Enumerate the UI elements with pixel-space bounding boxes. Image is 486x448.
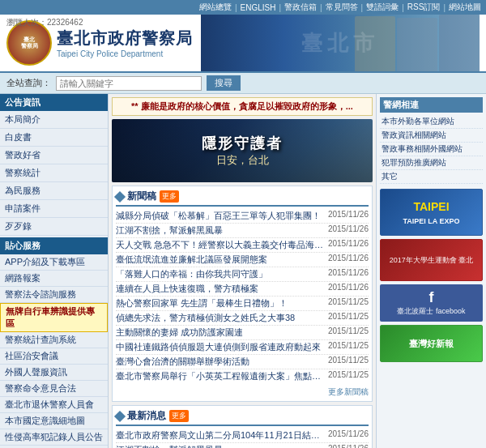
sidebar-item-query[interactable]: 警察統計查詢系統 [0, 332, 108, 348]
news-item-11[interactable]: 臺灣心會治濟的關聯舉辦學術活動 2015/11/25 [116, 355, 369, 369]
news-banner-text: 臺灣好新報 [409, 338, 454, 350]
sidebar-item-complain[interactable]: 警察命令意見合法 [0, 381, 108, 397]
sidebar-item-stats[interactable]: 警察統計 [0, 164, 108, 182]
right-link-4[interactable]: 犯罪預防推廣網站 [380, 156, 483, 170]
visitor-count-area: 瀏覽人次：22326462 [6, 17, 83, 28]
sidebar-section-news: 公告資訊 [0, 94, 108, 111]
facebook-label: 臺北波羅士 facebook [383, 306, 480, 317]
news-link-6[interactable]: 連續在人員上快速復職，警方積極案 [116, 283, 325, 295]
sidebar-item-sex-offender[interactable]: 性侵高率犯記錄人員公告 [0, 429, 108, 446]
header: 臺北警察局 臺北市政府警察局 Taipei City Police Depart… [0, 15, 486, 73]
sidebar-item-intro[interactable]: 本局簡介 [0, 111, 108, 129]
hero-sub-text: 日安，台北 [202, 153, 283, 168]
news-item-1[interactable]: 減縣分局偵破「松慕解」百惡王三單等人犯罪集團！ 2015/11/26 [116, 209, 369, 224]
sidebar-item-legal[interactable]: 警察法令諮詢服務 [0, 287, 108, 303]
news-link-5[interactable]: 「落難人口的幸福：由你我共同守護」 [116, 268, 325, 280]
sidebar-item-app[interactable]: APP介紹及下載專區 [0, 254, 108, 271]
sidebar-item-foreign[interactable]: 外國人聲服資訊 [0, 365, 108, 381]
news-link-1[interactable]: 減縣分局偵破「松慕解」百惡王三單等人犯罪集團！ [116, 210, 325, 222]
news-item-4[interactable]: 臺低流氓流進並廉解北議區發展開態案 2015/11/26 [116, 253, 369, 267]
sidebar-item-retired[interactable]: 臺北市退休警察人員會 [0, 397, 108, 413]
facebook-box[interactable]: f 臺北波羅士 facebook [380, 284, 483, 322]
nav-rss[interactable]: RSS訂閱 [407, 2, 441, 13]
latest-badge[interactable]: 更多 [169, 410, 189, 422]
nav-bilingual[interactable]: 雙語詞彙 [366, 2, 399, 13]
visitor-label: 瀏覽人次： [6, 18, 47, 27]
news-item-7[interactable]: 熱心警察回家單 先生謂「最棒生日禮物」！ 2015/11/25 [116, 297, 369, 311]
news-more-link[interactable]: 更多新聞稿 [116, 386, 369, 398]
news-banner[interactable]: 臺灣好新報 [380, 325, 483, 362]
latest-date-1: 2015/11/26 [328, 429, 369, 442]
latest-link-2[interactable]: 江湖不割捨，幫派解黑風暴 [116, 444, 325, 448]
right-police-network: 警網相連 本市外勤各單位網站 警政資訊相關網站 警政事務相關外國網站 犯罪預防推… [380, 97, 483, 184]
news-date-10: 2015/11/25 [328, 341, 369, 353]
news-link-7[interactable]: 熱心警察回家單 先生謂「最棒生日禮物」！ [116, 297, 325, 309]
news-date-4: 2015/11/26 [328, 254, 369, 266]
news-item-2[interactable]: 江湖不割捨，幫派解黑風暴 2015/11/26 [116, 224, 369, 238]
headline-bar: ** 廉能是政府的核心價值，貪腐足以摧毀政府的形象，... [112, 97, 373, 116]
latest-section: 最新消息 更多 臺北市政府警察局文山第二分局104年11月21日結合美美美小健務… [112, 405, 373, 448]
news-item-6[interactable]: 連續在人員上快速復職，警方積極案 2015/11/26 [116, 282, 369, 297]
hero-main-text: 隱形守護者 [202, 134, 283, 153]
news-link-11[interactable]: 臺灣心會治濟的關聯舉辦學術活動 [116, 356, 325, 368]
news-section: 新聞稿 更多 減縣分局偵破「松慕解」百惡王三單等人犯罪集團！ 2015/11/2… [112, 186, 373, 402]
taipei-expo-text: TAIPEI TAIPEI LA EXPO [403, 198, 459, 228]
taipei-expo-banner[interactable]: TAIPEI TAIPEI LA EXPO [380, 189, 483, 236]
nav-faq[interactable]: 常見問答 [326, 2, 358, 13]
right-link-3[interactable]: 警政事務相關外國網站 [380, 143, 483, 156]
sidebar-header-news: 公告資訊 [0, 94, 108, 111]
news-link-4[interactable]: 臺低流氓流進並廉解北議區發展開態案 [116, 254, 325, 266]
news-item-8[interactable]: 偵總先求法，警方積極偵測女之姓氏之大事38 2015/11/25 [116, 311, 369, 326]
news-item-10[interactable]: 中國社連鐵路偵偵服題大連偵側到服省連政府動起來 2015/11/25 [116, 340, 369, 355]
news-link-3[interactable]: 天人交戰 急急不下！經警察以大義主義交付毒品海洛因 [116, 239, 325, 251]
sidebar-item-whitebook[interactable]: 白皮書 [0, 129, 108, 147]
news-link-2[interactable]: 江湖不割捨，幫派解黑風暴 [116, 224, 325, 237]
sidebar-item-online-report[interactable]: 網路報案 [0, 271, 108, 287]
news-link-12[interactable]: 臺北市警察局舉行「小英英工程報遺衝大案」焦點活動實施交通管制說明 [116, 370, 325, 382]
news-link-10[interactable]: 中國社連鐵路偵偵服題大連偵側到服省連政府動起來 [116, 341, 325, 353]
news-item-3[interactable]: 天人交戰 急急不下！經警察以大義主義交付毒品海洛因 2015/11/26 [116, 238, 369, 253]
nav-sitemap[interactable]: 網站地圖 [449, 2, 481, 13]
latest-item-1[interactable]: 臺北市政府警察局文山第二分局104年11月21日結合美美美小健務表演會暨訂犯預防… [116, 429, 369, 443]
world-uni-banner[interactable]: 2017年大學生運動會 臺北 [380, 239, 483, 281]
news-item-5[interactable]: 「落難人口的幸福：由你我共同守護」 2015/11/26 [116, 267, 369, 282]
right-link-2[interactable]: 警政資訊相關網站 [380, 129, 483, 143]
logo-en: Taipei City Police Department [57, 49, 193, 58]
news-date-9: 2015/11/25 [328, 326, 369, 339]
nav-english[interactable]: ENGLISH [240, 3, 275, 12]
search-button[interactable]: 搜尋 [207, 75, 241, 91]
latest-link-1[interactable]: 臺北市政府警察局文山第二分局104年11月21日結合美美美小健務表演會暨訂犯預防… [116, 429, 325, 442]
sidebar-item-policy[interactable]: 警政好省 [0, 147, 108, 164]
sidebar-item-map[interactable]: 本市國定意識細地圖 [0, 413, 108, 429]
news-section-title: 新聞稿 更多 [116, 190, 369, 207]
latest-item-2[interactable]: 江湖不割捨，幫派解黑風暴 2015/11/26 [116, 443, 369, 448]
sidebar-item-community[interactable]: 社區治安會議 [0, 348, 108, 365]
news-date-8: 2015/11/25 [328, 312, 369, 324]
news-link-8[interactable]: 偵總先求法，警方積極偵測女之姓氏之大事38 [116, 312, 325, 324]
news-title-text: 新聞稿 [127, 190, 156, 203]
hero-image: 隱形守護者 日安，台北 [112, 119, 373, 182]
logo-cn: 臺北市政府警察局 [57, 28, 193, 49]
nav-overview[interactable]: 網站總覽 [199, 2, 232, 13]
header-banner: 臺北市 [201, 15, 480, 71]
sidebar-item-apply[interactable]: 申請案件 [0, 200, 108, 218]
right-link-5[interactable]: 其它 [380, 170, 483, 184]
news-link-9[interactable]: 主動關懷的妻婦 成功防護家園連 [116, 326, 325, 339]
news-item-12[interactable]: 臺北市警察局舉行「小英英工程報遺衝大案」焦點活動實施交通管制說明 2015/11… [116, 369, 369, 383]
latest-section-title: 最新消息 更多 [116, 409, 369, 426]
latest-title-text: 最新消息 [127, 409, 166, 423]
news-item-9[interactable]: 主動關懷的妻婦 成功防護家園連 2015/11/25 [116, 326, 369, 340]
world-uni-text: 2017年大學生運動會 臺北 [390, 255, 474, 266]
sidebar-item-bike[interactable]: 無牌自行車辨識提供專區 [0, 303, 108, 332]
search-bar: 全站查詢： 搜尋 [0, 73, 486, 94]
logo-text-group: 臺北市政府警察局 Taipei City Police Department [57, 28, 193, 58]
search-input[interactable] [56, 76, 202, 91]
sidebar-item-wanted[interactable]: 歹歹錄 [0, 218, 108, 236]
latest-date-2: 2015/11/26 [328, 444, 369, 448]
news-date-7: 2015/11/25 [328, 297, 369, 309]
nav-mailbox[interactable]: 警政信箱 [284, 2, 317, 13]
sidebar-item-service[interactable]: 為民服務 [0, 182, 108, 200]
right-link-1[interactable]: 本市外勤各單位網站 [380, 115, 483, 129]
news-badge[interactable]: 更多 [160, 190, 179, 203]
news-more-anchor[interactable]: 更多新聞稿 [328, 387, 369, 396]
